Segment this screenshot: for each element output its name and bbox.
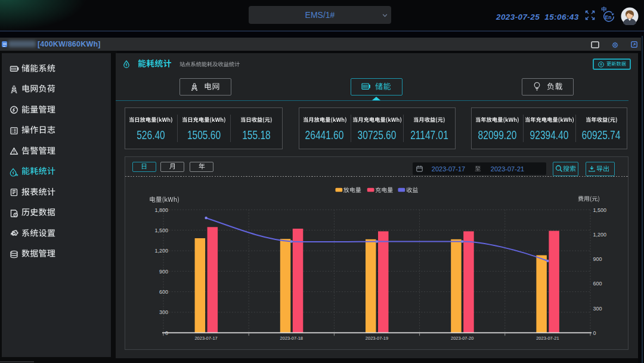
svg-text:2023-07-17: 2023-07-17 (194, 336, 217, 341)
svg-text:600: 600 (593, 281, 602, 287)
svg-text:1,500: 1,500 (154, 227, 168, 233)
svg-text:2023-07-19: 2023-07-19 (366, 336, 388, 341)
svg-text:0: 0 (165, 330, 168, 336)
svg-text:1,500: 1,500 (593, 207, 607, 213)
svg-text:600: 600 (159, 289, 168, 295)
svg-text:900: 900 (593, 256, 602, 262)
svg-text:2023-07-20: 2023-07-20 (451, 336, 473, 341)
svg-text:0: 0 (593, 330, 596, 336)
svg-text:300: 300 (593, 306, 602, 312)
svg-text:1,800: 1,800 (154, 207, 168, 213)
svg-text:900: 900 (159, 269, 168, 275)
svg-text:1,200: 1,200 (154, 248, 168, 254)
svg-text:300: 300 (159, 309, 168, 315)
svg-text:2023-07-18: 2023-07-18 (280, 336, 303, 341)
svg-text:2023-07-21: 2023-07-21 (536, 336, 559, 341)
svg-text:1,200: 1,200 (593, 232, 607, 238)
